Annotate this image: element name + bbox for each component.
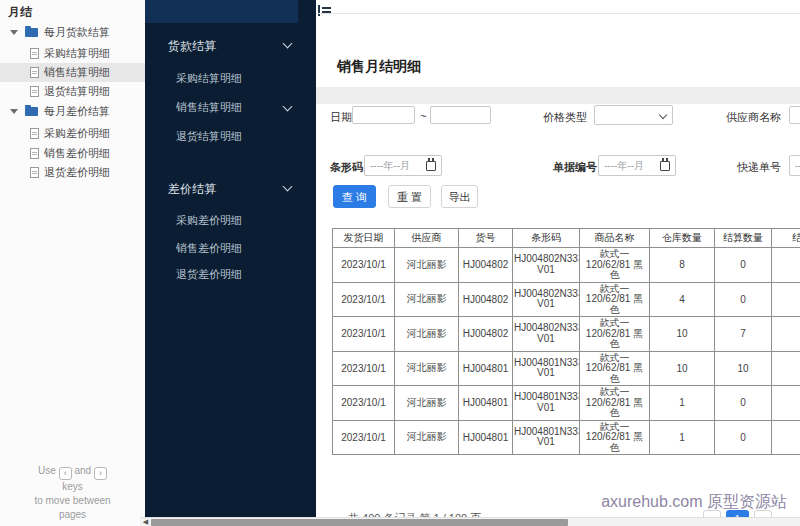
barcode-month-input[interactable]: ----年--月 xyxy=(364,155,442,176)
nav-group-price-diff-settlement[interactable]: 差价结算 xyxy=(168,181,216,198)
nav-item-sales-settlement-detail[interactable]: 销售结算明细 xyxy=(176,100,242,115)
chevron-down-icon[interactable] xyxy=(284,40,291,47)
document-icon xyxy=(30,86,39,97)
col-warehouse-qty: 仓库数量 xyxy=(650,229,715,248)
main-content: 销售月结明细 日期 ~ 价格类型 供应商名称 条形码 ----年--月 单据编号… xyxy=(316,0,800,526)
tree-item-return-price-diff-detail[interactable]: 退货差价明细 xyxy=(0,163,145,182)
scroll-left-arrow-icon[interactable]: ◀ xyxy=(141,518,150,526)
tree-expand-icon[interactable] xyxy=(10,30,18,35)
date-to-input[interactable] xyxy=(430,106,491,124)
document-icon xyxy=(30,148,39,159)
tree-item-return-settlement-detail[interactable]: 退货结算明细 xyxy=(0,82,145,101)
filter-panel-strip xyxy=(316,87,800,104)
next-key-icon: › xyxy=(94,467,107,480)
tree-item-label: 采购差价明细 xyxy=(44,126,110,141)
collapse-menu-icon[interactable] xyxy=(318,2,332,20)
supplier-name-label: 供应商名称 xyxy=(726,110,781,125)
table-row[interactable]: 2023/10/1 河北丽影 HJ004801 HJ004801N333V01 … xyxy=(333,351,800,386)
doc-no-month-input[interactable]: ----年--月 xyxy=(598,155,676,176)
query-button[interactable]: 查 询 xyxy=(333,185,376,208)
supplier-name-input[interactable] xyxy=(789,106,800,124)
settlement-table: 发货日期 供应商 货号 条形码 商品名称 仓库数量 结算数量 结算 2023/1… xyxy=(332,228,800,455)
tree-title: 月结 xyxy=(8,4,32,21)
table-row[interactable]: 2023/10/1 河北丽影 HJ004802 HJ004802N333V01 … xyxy=(333,248,800,283)
table-row[interactable]: 2023/10/1 河北丽影 HJ004802 HJ004802N333V01 … xyxy=(333,282,800,317)
tree-item-monthly-payment-settlement[interactable]: 每月货款结算 xyxy=(0,23,145,42)
col-supplier: 供应商 xyxy=(395,229,459,248)
price-type-label: 价格类型 xyxy=(543,110,587,125)
tree-item-purchase-settlement-detail[interactable]: 采购结算明细 xyxy=(0,44,145,63)
calendar-icon[interactable] xyxy=(426,161,436,171)
tree-item-sales-settlement-detail[interactable]: 销售结算明细 xyxy=(0,63,145,82)
tree-item-sales-price-diff-detail[interactable]: 销售差价明细 xyxy=(0,144,145,163)
col-barcode: 条形码 xyxy=(513,229,580,248)
nav-item-purchase-price-diff-detail[interactable]: 采购差价明细 xyxy=(176,213,242,228)
sidebar-header-block xyxy=(145,0,298,23)
col-item-no: 货号 xyxy=(459,229,513,248)
nav-item-purchase-settlement-detail[interactable]: 采购结算明细 xyxy=(176,71,242,86)
chevron-down-icon xyxy=(659,111,667,119)
tree-item-label: 销售结算明细 xyxy=(44,65,110,80)
col-settle-qty: 结算数量 xyxy=(715,229,772,248)
nav-item-sales-price-diff-detail[interactable]: 销售差价明细 xyxy=(176,241,242,256)
chevron-down-icon[interactable] xyxy=(284,103,291,110)
chevron-down-icon[interactable] xyxy=(284,183,291,190)
tree-item-label: 每月差价结算 xyxy=(44,104,110,119)
tree-item-purchase-price-diff-detail[interactable]: 采购差价明细 xyxy=(0,124,145,143)
scrollbar-thumb[interactable] xyxy=(151,519,568,526)
express-no-label: 快递单号 xyxy=(737,160,781,175)
col-ship-date: 发货日期 xyxy=(333,229,395,248)
folder-icon xyxy=(25,28,38,37)
table-row[interactable]: 2023/10/1 河北丽影 HJ004801 HJ004801N333V01 … xyxy=(333,386,800,421)
date-range-separator: ~ xyxy=(420,110,426,122)
date-label: 日期 xyxy=(330,110,352,125)
table-row[interactable]: 2023/10/1 河北丽影 HJ004802 HJ004802N333V01 … xyxy=(333,317,800,352)
document-icon xyxy=(30,167,39,178)
col-settle-cut: 结算 xyxy=(772,229,800,248)
topbar-divider xyxy=(316,13,800,14)
tree-item-monthly-price-diff-settlement[interactable]: 每月差价结算 xyxy=(0,102,145,121)
page-title: 销售月结明细 xyxy=(337,58,421,76)
app-window: 月结 每月货款结算 采购结算明细 销售结算明细 退货结算明细 每月差价结算 采购… xyxy=(0,0,800,526)
folder-icon xyxy=(25,107,38,116)
document-icon xyxy=(30,67,39,78)
nav-sidebar: 货款结算 采购结算明细 销售结算明细 退货结算明细 差价结算 采购差价明细 销售… xyxy=(145,0,316,526)
nav-item-return-price-diff-detail[interactable]: 退货差价明细 xyxy=(176,267,242,282)
tree-item-label: 退货差价明细 xyxy=(44,165,110,180)
horizontal-scrollbar[interactable]: ◀ xyxy=(140,517,800,526)
price-type-select[interactable] xyxy=(594,105,673,125)
prev-key-icon: ‹ xyxy=(59,467,72,480)
doc-no-label: 单据编号 xyxy=(553,160,597,175)
table-row[interactable]: 2023/10/1 河北丽影 HJ004801 HJ004801N333V01 … xyxy=(333,420,800,455)
document-icon xyxy=(30,48,39,59)
tree-item-label: 销售差价明细 xyxy=(44,146,110,161)
export-button[interactable]: 导出 xyxy=(441,185,478,208)
calendar-icon[interactable] xyxy=(660,161,670,171)
tree-item-label: 退货结算明细 xyxy=(44,84,110,99)
page-tree-panel: 月结 每月货款结算 采购结算明细 销售结算明细 退货结算明细 每月差价结算 采购… xyxy=(0,0,145,526)
keyboard-navigation-hint: Use ‹ and › keys to move between pages xyxy=(0,464,145,522)
col-product-name: 商品名称 xyxy=(580,229,650,248)
tree-expand-icon[interactable] xyxy=(10,109,18,114)
document-icon xyxy=(30,128,39,139)
nav-item-return-settlement-detail[interactable]: 退货结算明细 xyxy=(176,129,242,144)
tree-item-label: 每月货款结算 xyxy=(44,25,110,40)
tree-item-label: 采购结算明细 xyxy=(44,46,110,61)
nav-group-payment-settlement[interactable]: 货款结算 xyxy=(168,38,216,55)
reset-button[interactable]: 重 置 xyxy=(388,185,431,208)
barcode-label: 条形码 xyxy=(330,160,363,175)
table-header-row: 发货日期 供应商 货号 条形码 商品名称 仓库数量 结算数量 结算 xyxy=(333,229,800,248)
date-from-input[interactable] xyxy=(352,106,415,124)
express-no-month-input[interactable]: ----年--月 xyxy=(789,155,800,176)
